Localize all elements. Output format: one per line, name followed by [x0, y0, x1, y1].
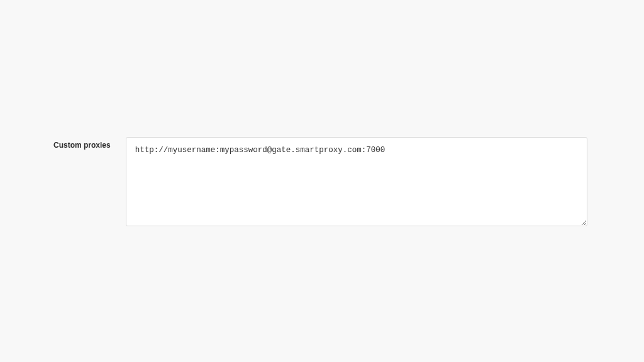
custom-proxies-row: Custom proxies	[53, 137, 587, 226]
custom-proxies-label: Custom proxies	[53, 137, 111, 150]
custom-proxies-textarea[interactable]	[126, 137, 587, 226]
